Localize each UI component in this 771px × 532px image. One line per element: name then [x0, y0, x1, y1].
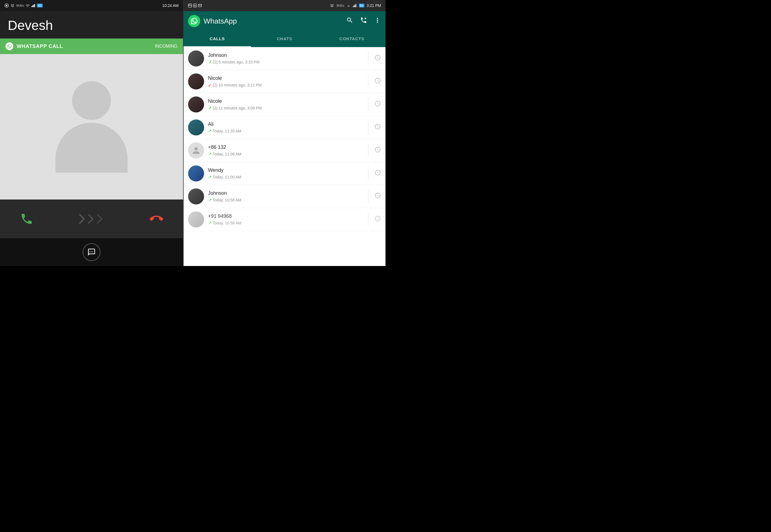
call-item-nicole-1[interactable]: Nicole ↙ (2) 10 minutes ago, 3:11 PM [183, 70, 386, 93]
whatsapp-logo-small [6, 42, 13, 50]
status-bar-right: 3KB/s 56 3:21 PM [183, 0, 386, 11]
svg-rect-6 [35, 4, 35, 7]
tabs-bar: CALLS CHATS CONTACTS [183, 31, 386, 47]
search-icon[interactable] [346, 17, 353, 25]
call-info: Nicole ↗ (3) 11 minutes ago, 3:09 PM [208, 98, 364, 111]
call-detail: ↗ (3) 11 minutes ago, 3:09 PM [208, 105, 364, 111]
call-info: +91 94968 ↗ Today, 10:58 AM [208, 213, 364, 226]
whatsapp-header: WhatsApp [183, 11, 386, 31]
call-avatar [188, 188, 204, 204]
svg-rect-2 [31, 6, 32, 7]
svg-rect-16 [354, 5, 355, 7]
call-name: Johnson [208, 52, 364, 58]
incoming-label: INCOMING [155, 44, 177, 49]
call-info: Nicole ↙ (2) 10 minutes ago, 3:11 PM [208, 75, 364, 88]
call-item-wendy[interactable]: Wendy ↗ Today, 11:00 AM [183, 162, 386, 185]
whatsapp-call-bar: WHATSAPP CALL INCOMING [0, 39, 183, 54]
call-item-86132[interactable]: +86 132 ↗ Today, 11:06 AM [183, 139, 386, 162]
whatsapp-call-text: WHATSAPP CALL [17, 44, 63, 49]
svg-rect-18 [356, 4, 356, 7]
time-right: 3:21 PM [367, 3, 381, 8]
header-icons [346, 17, 381, 25]
accept-call-button[interactable] [17, 209, 37, 229]
call-avatar [188, 50, 204, 67]
tab-contacts[interactable]: CONTACTS [318, 31, 386, 47]
outgoing-arrow-icon: ↗ [208, 128, 212, 134]
call-name: +91 94968 [208, 213, 364, 219]
call-time-button[interactable] [374, 215, 381, 224]
svg-rect-15 [353, 6, 354, 7]
call-actions [0, 199, 183, 238]
call-time-button[interactable] [374, 100, 381, 109]
call-item-johnson-1[interactable]: Johnson ↗ (2) 5 minutes ago, 3:15 PM [183, 47, 386, 70]
avatar-body [55, 123, 127, 173]
call-info: Ali ↗ Today, 11:35 AM [208, 121, 364, 134]
call-avatar [188, 119, 204, 135]
swipe-arrows [78, 212, 104, 226]
call-item-ali[interactable]: Ali ↗ Today, 11:35 AM [183, 116, 386, 139]
divider [368, 144, 368, 157]
right-notification-icons [188, 4, 202, 7]
divider [368, 167, 368, 180]
call-time-button[interactable] [374, 54, 381, 63]
call-detail: ↗ Today, 11:00 AM [208, 174, 364, 180]
call-name: Nicole [208, 75, 364, 81]
caller-name-area: Devesh [0, 11, 183, 39]
divider [368, 75, 368, 88]
svg-rect-17 [355, 4, 356, 7]
divider [368, 190, 368, 203]
call-detail: ↗ Today, 11:06 AM [208, 151, 364, 157]
call-detail: ↗ (2) 5 minutes ago, 3:15 PM [208, 59, 364, 65]
missed-arrow-icon: ↙ [208, 82, 212, 88]
whatsapp-logo [188, 15, 200, 27]
left-phone: 0KB/s 63 10:24 AM Devesh WHATSAPP CALL I… [0, 0, 183, 266]
call-info: Wendy ↗ Today, 11:00 AM [208, 167, 364, 180]
right-phone: 3KB/s 56 3:21 PM WhatsApp [183, 0, 386, 266]
svg-point-10 [189, 5, 190, 5]
call-time-button[interactable] [374, 146, 381, 155]
avatar-placeholder [55, 81, 127, 173]
decline-call-button[interactable] [146, 209, 166, 229]
whatsapp-title: WhatsApp [204, 17, 343, 25]
outgoing-arrow-icon: ↗ [208, 174, 212, 180]
caller-name: Devesh [8, 18, 175, 33]
call-name: Ali [208, 121, 364, 127]
tab-chats[interactable]: CHATS [251, 31, 318, 47]
message-button[interactable] [83, 243, 100, 261]
call-avatar [188, 96, 204, 112]
left-status-icons: 0KB/s 63 [4, 3, 43, 8]
divider [368, 98, 368, 111]
bottom-bar [0, 238, 183, 266]
call-time-button[interactable] [374, 192, 381, 201]
call-detail: ↗ Today, 10:58 AM [208, 220, 364, 226]
svg-rect-3 [32, 6, 33, 7]
call-detail: ↗ Today, 11:35 AM [208, 128, 364, 134]
call-time-button[interactable] [374, 123, 381, 132]
call-name: Johnson [208, 190, 364, 196]
time-left: 10:24 AM [162, 3, 178, 8]
call-avatar [188, 142, 204, 158]
call-item-nicole-2[interactable]: Nicole ↗ (3) 11 minutes ago, 3:09 PM [183, 93, 386, 116]
network-speed-left: 0KB/s [16, 4, 24, 7]
call-name: +86 132 [208, 144, 364, 150]
call-avatar [188, 211, 204, 227]
call-info: +86 132 ↗ Today, 11:06 AM [208, 144, 364, 157]
call-time-button[interactable] [374, 77, 381, 86]
avatar-area [0, 54, 183, 199]
divider [368, 52, 368, 65]
svg-rect-5 [34, 4, 34, 7]
call-avatar [188, 165, 204, 181]
call-time-button[interactable] [374, 169, 381, 178]
outgoing-arrow-icon: ↗ [208, 59, 212, 65]
more-menu-icon[interactable] [374, 17, 381, 25]
svg-rect-14 [353, 6, 353, 7]
call-avatar [188, 73, 204, 89]
add-call-icon[interactable] [360, 17, 367, 25]
divider [368, 213, 368, 226]
call-info: Johnson ↗ (2) 5 minutes ago, 3:15 PM [208, 52, 364, 65]
call-name: Nicole [208, 98, 364, 104]
right-status-icons: 3KB/s 56 3:21 PM [330, 3, 381, 8]
call-item-johnson-2[interactable]: Johnson ↗ Today, 10:58 AM [183, 185, 386, 208]
call-item-91-94968[interactable]: +91 94968 ↗ Today, 10:58 AM [183, 208, 386, 231]
tab-calls[interactable]: CALLS [183, 31, 251, 47]
